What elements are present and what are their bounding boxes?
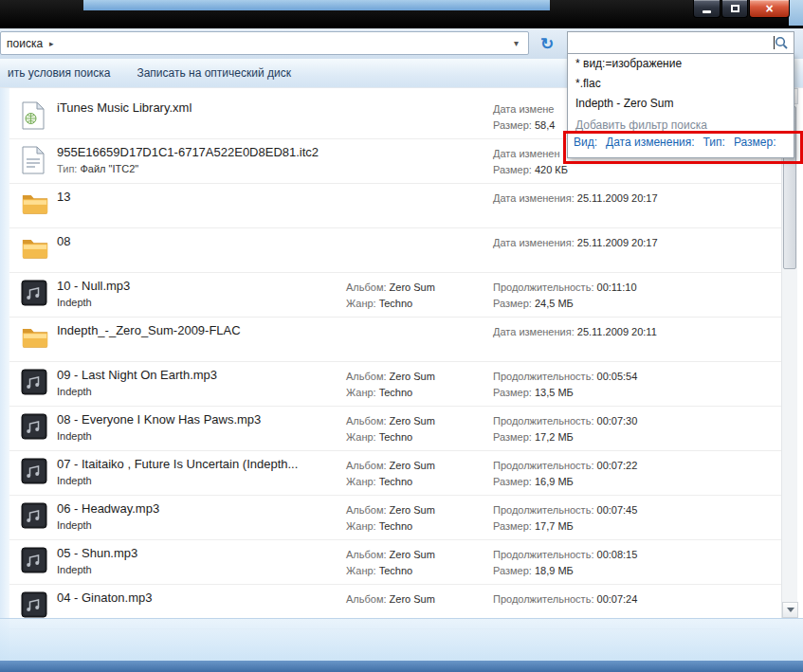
annotation-box — [563, 131, 803, 164]
file-name-block: iTunes Music Library.xml — [57, 100, 341, 115]
file-name-block: 07 - Itaitaiko , Future Is Uncertain (In… — [57, 457, 341, 486]
desktop-edge — [789, 0, 803, 26]
file-name-block: 04 - Ginaton.mp3 — [57, 590, 341, 605]
caption-buttons: × — [692, 0, 790, 18]
file-name-block: 09 - Last Night On Earth.mp3Indepth — [57, 368, 341, 397]
file-subtitle: Indepth — [57, 386, 341, 397]
file-subtitle: Indepth — [57, 519, 341, 531]
file-row[interactable]: 05 - Shun.mp3IndepthАльбом: Zero SumЖанр… — [9, 540, 781, 585]
file-row[interactable]: 09 - Last Night On Earth.mp3IndepthАльбо… — [9, 362, 781, 407]
minimize-button[interactable] — [693, 0, 721, 18]
search-input[interactable] — [572, 34, 772, 51]
scroll-down-button[interactable] — [782, 602, 798, 618]
breadcrumb-arrow-icon[interactable]: ▸ — [49, 39, 54, 48]
file-list: iTunes Music Library.xmlДата измене Разм… — [9, 88, 781, 641]
file-name-block: Indepth_-_Zero_Sum-2009-FLAC — [57, 323, 341, 337]
itc2-file-icon — [21, 146, 49, 175]
file-name: 09 - Last Night On Earth.mp3 — [57, 368, 341, 382]
file-name-block: 08 — [57, 234, 341, 248]
mp3-file-icon — [21, 458, 49, 487]
file-name: 955E16659D17D1C1-6717A522E0D8ED81.itc2 — [57, 145, 341, 159]
file-subtitle: Indepth — [57, 564, 341, 575]
folder-icon — [21, 235, 49, 264]
mp3-file-icon — [21, 280, 49, 309]
window-left-border — [0, 88, 9, 661]
address-dropdown-icon[interactable]: ▾ — [514, 38, 522, 48]
folder-icon — [21, 324, 49, 354]
mp3-file-icon — [21, 502, 49, 532]
file-row[interactable]: 06 - Headway.mp3IndepthАльбом: Zero SumЖ… — [9, 496, 781, 540]
file-meta-details: Продолжительность: 00:05:54Размер: 13,5 … — [493, 369, 777, 401]
file-name: 04 - Ginaton.mp3 — [57, 590, 341, 605]
mp3-file-icon — [21, 369, 49, 398]
file-name: 10 - Null.mp3 — [57, 279, 341, 293]
file-name: 13 — [57, 190, 341, 204]
maximize-button[interactable] — [721, 0, 748, 18]
file-meta-album: Альбом: Zero SumЖанр: Techno — [346, 413, 488, 445]
file-name: 08 — [57, 234, 341, 248]
file-meta-album: Альбом: Zero SumЖанр: Techno — [346, 458, 488, 490]
file-name: iTunes Music Library.xml — [57, 100, 341, 115]
close-button[interactable]: × — [749, 0, 790, 18]
file-row[interactable]: 08 - Everyone I Know Has Paws.mp3Indepth… — [9, 407, 781, 451]
file-meta-album: Альбом: Zero SumЖанр: Techno — [346, 369, 488, 401]
taskbar-edge — [0, 661, 803, 672]
file-meta-details: Продолжительность: 00:11:10Размер: 24,5 … — [493, 280, 777, 312]
title-bar-accent — [83, 0, 550, 10]
mp3-file-icon — [21, 591, 49, 621]
file-row[interactable]: 10 - Null.mp3IndepthАльбом: Zero SumЖанр… — [9, 273, 781, 318]
add-filter-label: Добавить фильтр поиска — [568, 114, 794, 133]
search-icon[interactable] — [775, 36, 788, 49]
file-name: 06 - Headway.mp3 — [57, 501, 341, 516]
vertical-scrollbar[interactable] — [781, 88, 797, 618]
close-icon: × — [765, 2, 773, 15]
file-subtitle: Indepth — [57, 430, 341, 442]
file-name-block: 06 - Headway.mp3Indepth — [57, 501, 341, 531]
file-meta-details: Продолжительность: 00:07:22Размер: 16,9 … — [493, 458, 777, 490]
file-row[interactable]: 08Дата изменения: 25.11.2009 20:17 — [9, 228, 781, 273]
search-suggestion[interactable]: *.flac — [568, 74, 794, 94]
search-suggestion[interactable]: Indepth - Zero Sum — [568, 94, 794, 114]
breadcrumb[interactable]: поиска — [7, 37, 43, 50]
mp3-file-icon — [21, 413, 49, 443]
arrow-down-icon — [787, 608, 794, 612]
file-meta-details: Продолжительность: 00:07:24 — [493, 591, 777, 608]
file-meta-details: Дата изменения: 25.11.2009 20:17 — [493, 235, 777, 251]
minimize-icon — [703, 10, 711, 13]
refresh-button[interactable]: ↻ — [535, 33, 559, 54]
file-list-rows: iTunes Music Library.xmlДата измене Разм… — [9, 95, 781, 629]
title-bar: × — [0, 0, 803, 28]
file-meta-details: Продолжительность: 00:07:30Размер: 17,2 … — [493, 413, 777, 445]
file-row[interactable]: 07 - Itaitaiko , Future Is Uncertain (In… — [9, 451, 781, 496]
toolbar-item-burn-disc[interactable]: Записать на оптический диск — [137, 66, 291, 80]
file-meta-album: Альбом: Zero Sum — [346, 591, 488, 608]
search-suggestions-list: * вид:=изображение*.flacIndepth - Zero S… — [568, 54, 794, 114]
file-meta-details: Продолжительность: 00:08:15Размер: 18,9 … — [493, 547, 777, 579]
details-pane — [0, 618, 803, 661]
maximize-icon — [731, 5, 739, 12]
file-meta-details: Продолжительность: 00:07:45Размер: 17,7 … — [493, 502, 777, 535]
file-name: 07 - Itaitaiko , Future Is Uncertain (In… — [57, 457, 341, 471]
file-meta-details: Дата изменения: 25.11.2009 20:11 — [493, 324, 777, 340]
folder-icon — [21, 191, 49, 220]
file-name-block: 05 - Shun.mp3Indepth — [57, 546, 341, 575]
file-name: 05 - Shun.mp3 — [57, 546, 341, 560]
xml-file-icon — [21, 101, 49, 131]
toolbar-item-save-search[interactable]: ить условия поиска — [8, 66, 110, 80]
file-meta-album: Альбом: Zero SumЖанр: Techno — [346, 547, 488, 579]
file-name: Indepth_-_Zero_Sum-2009-FLAC — [57, 323, 341, 337]
file-name-block: 08 - Everyone I Know Has Paws.mp3Indepth — [57, 412, 341, 442]
file-subtitle: Тип: Файл "ITC2" — [57, 163, 341, 174]
mp3-file-icon — [21, 547, 49, 576]
file-subtitle: Indepth — [57, 475, 341, 486]
file-name-block: 13 — [57, 190, 341, 204]
search-box[interactable] — [567, 31, 794, 54]
file-name: 08 - Everyone I Know Has Paws.mp3 — [57, 412, 341, 427]
file-subtitle: Indepth — [57, 297, 341, 308]
search-suggestion[interactable]: * вид:=изображение — [568, 54, 794, 74]
address-bar[interactable]: поиска ▸ ▾ — [0, 31, 529, 55]
file-row[interactable]: Indepth_-_Zero_Sum-2009-FLACДата изменен… — [9, 318, 781, 362]
file-meta-details: Дата изменения: 25.11.2009 20:17 — [493, 191, 777, 207]
file-row[interactable]: 13Дата изменения: 25.11.2009 20:17 — [9, 184, 781, 228]
file-name-block: 10 - Null.mp3Indepth — [57, 279, 341, 308]
